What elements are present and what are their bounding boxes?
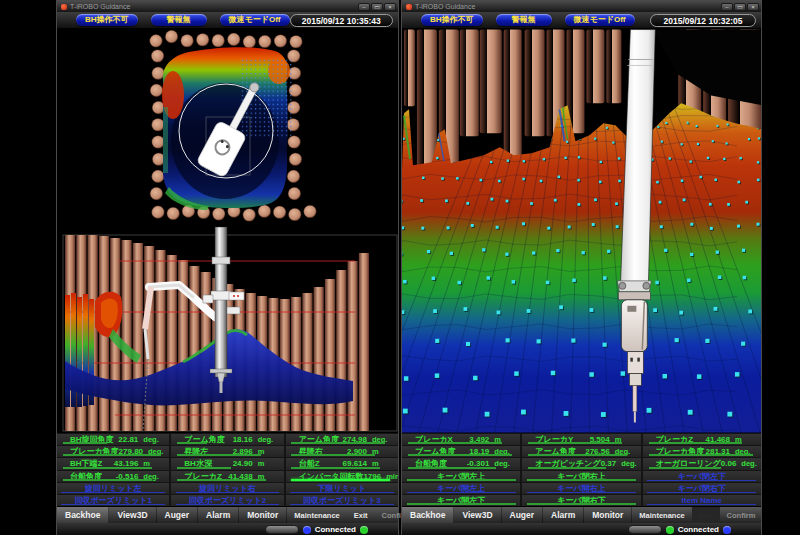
cell-unit: m (372, 447, 398, 456)
breaker-3d-view[interactable] (402, 29, 761, 433)
tab-alarm[interactable]: Alarm (543, 507, 584, 523)
mode-button-1[interactable]: 警報無 (151, 14, 207, 26)
backhoe-3d-view[interactable] (57, 29, 398, 433)
status-flag: キーパ閉右上 (522, 471, 640, 482)
flag-underline (407, 503, 516, 505)
close-button[interactable]: × (747, 3, 759, 11)
cell-value: 0.06 (721, 459, 737, 468)
mode-button-1[interactable]: 警報無 (496, 14, 552, 26)
seabed-3d-scene (402, 29, 761, 433)
breaker-guidance-window: T-iROBO Guidance – ▭ × BH操作不可警報無微速モードOff… (401, 0, 762, 535)
mode-button-0[interactable]: BH操作不可 (421, 14, 483, 26)
side-profile-view (63, 227, 397, 431)
measurement-cell: ブレーカZ41.438m (171, 471, 283, 482)
table-row: ブレーカ角度279.80deg.昇降左2.896m昇降右2.900m (57, 446, 398, 457)
flag-underline (407, 492, 516, 493)
topdown-and-profile-scene (57, 29, 398, 433)
cell-value: 18.16 (225, 435, 253, 444)
mode-button-2[interactable]: 微速モードOff (565, 14, 635, 26)
status-flag: 下限リミット (286, 483, 398, 494)
measurement-cell: ブーム角度18.16deg. (171, 434, 283, 445)
flag-underline (290, 504, 393, 505)
measurement-cell: ブレーカZ41.468m (643, 434, 761, 445)
status-flag: 回収ポーズリミット3 (286, 495, 398, 506)
limit-bar (528, 467, 606, 469)
measurement-cell: ブレーカX3.492m (402, 434, 520, 445)
tab-auger[interactable]: Auger (502, 507, 544, 523)
maintenance-button[interactable]: Maintenance (287, 507, 346, 523)
limit-bar (177, 454, 261, 456)
tab-backhoe[interactable]: Backhoe (402, 507, 454, 523)
topdown-map (150, 30, 317, 221)
action-buttons: MaintenanceExitConfirm (632, 507, 762, 523)
window-title: T-iROBO Guidance (70, 1, 358, 12)
limit-bar (291, 442, 385, 444)
tab-view3d[interactable]: View3D (109, 507, 156, 523)
measurement-cell: オーガピッチング0.37deg. (522, 458, 640, 469)
tabs: BackhoeView3DAugerAlarmMonitor (402, 507, 632, 523)
status-flag: キーパ開右上 (522, 483, 640, 494)
app-icon (406, 4, 412, 10)
flag-underline (527, 492, 636, 493)
tab-alarm[interactable]: Alarm (198, 507, 239, 523)
exit-button[interactable]: Exit (692, 507, 720, 523)
flag-underline (647, 504, 756, 505)
measurement-cell: ブレーカ角度279.80deg. (57, 446, 169, 457)
flag-underline (61, 504, 164, 505)
tab-monitor[interactable]: Monitor (239, 507, 287, 523)
measurement-cell: ブーム角度18.19deg. (402, 446, 520, 457)
mode-buttons: BH操作不可警報無微速モードOff (76, 14, 290, 26)
tab-bar: BackhoeView3DAugerAlarmMonitor Maintenan… (402, 506, 761, 523)
timestamp: 2015/09/12 10:35:43 (290, 14, 394, 27)
status-flag: キーパ開左上 (402, 483, 520, 494)
maintenance-button[interactable]: Maintenance (632, 507, 691, 523)
table-row: BH旋回角度22.81deg.ブーム角度18.16deg.アーム角度274.98… (57, 434, 398, 445)
status-bar: Connected (402, 523, 761, 535)
tab-backhoe[interactable]: Backhoe (57, 507, 109, 523)
flag-underline (407, 479, 516, 481)
window-controls: – ▭ × (721, 3, 759, 11)
mode-button-0[interactable]: BH操作不可 (76, 14, 138, 26)
measurement-cell: アーム角度276.56deg. (522, 446, 640, 457)
cell-unit: deg. (741, 459, 761, 468)
confirm-button[interactable]: Confirm (720, 507, 763, 523)
cell-unit: m (258, 447, 284, 456)
measurement-cell: 台船Z69.614m (286, 458, 398, 469)
limit-bar (408, 467, 497, 469)
flag-underline (176, 504, 279, 505)
cell-unit: deg. (258, 435, 284, 444)
titlebar[interactable]: T-iROBO Guidance – ▭ × (57, 1, 398, 12)
limit-bar (649, 467, 722, 469)
status-header: BH操作不可警報無微速モードOff 2015/09/12 10:35:43 (57, 12, 398, 29)
limit-bar (408, 454, 512, 456)
tab-monitor[interactable]: Monitor (584, 507, 632, 523)
exit-button[interactable]: Exit (347, 507, 375, 523)
measurement-cell: BH下端Z43.196m (57, 458, 169, 469)
limit-bar (649, 454, 753, 456)
table-row: ブレーカX3.492mブレーカY5.504mブレーカZ41.468m (402, 434, 761, 445)
cell-unit: deg. (143, 435, 169, 444)
limit-bar (291, 479, 390, 481)
maximize-button[interactable]: ▭ (734, 3, 746, 11)
status-pill[interactable] (265, 525, 299, 534)
limit-bar (63, 479, 152, 481)
limit-bar (177, 479, 266, 481)
table-row: 台船角度-0.516deg.ブレーカZ41.438mインバータ回転数1796mi… (57, 471, 398, 482)
titlebar[interactable]: T-iROBO Guidance – ▭ × (402, 1, 761, 12)
minimize-button[interactable]: – (358, 3, 370, 11)
table-row: キーパ開左下キーパ開右下Item Name (402, 495, 761, 506)
status-flag: キーパ閉左上 (402, 471, 520, 482)
cell-value: 22.81 (114, 435, 139, 444)
tab-view3d[interactable]: View3D (454, 507, 501, 523)
window-title: T-iROBO Guidance (415, 1, 721, 12)
tab-auger[interactable]: Auger (157, 507, 199, 523)
measurement-cell: インバータ回転数1796min-1 (286, 471, 398, 482)
limit-bar (291, 467, 380, 469)
minimize-button[interactable]: – (721, 3, 733, 11)
status-pill[interactable] (628, 525, 662, 534)
connection-status: Connected (315, 525, 356, 534)
close-button[interactable]: × (384, 3, 396, 11)
mode-button-2[interactable]: 微速モードOff (220, 14, 290, 26)
maximize-button[interactable]: ▭ (371, 3, 383, 11)
measurement-table: BH旋回角度22.81deg.ブーム角度18.16deg.アーム角度274.98… (57, 433, 398, 506)
